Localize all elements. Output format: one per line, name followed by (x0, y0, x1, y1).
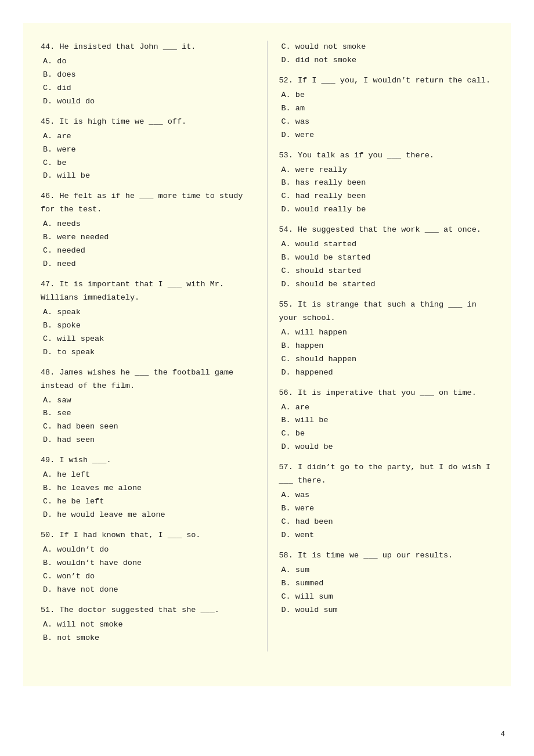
question-block: 56. It is imperative that you ___ on tim… (279, 387, 494, 455)
option-text: D. should be started (279, 278, 494, 291)
option-text: D. did not smoke (279, 54, 494, 67)
option-text: B. happen (279, 340, 494, 353)
question-text: 45. It is high time we ___ off. (41, 116, 255, 129)
option-text: B. were (279, 502, 494, 516)
option-text: C. did (41, 82, 255, 95)
option-text: A. sum (279, 564, 494, 577)
question-block: 45. It is high time we ___ off.A. areB. … (41, 116, 255, 183)
option-text: D. would really be (279, 203, 494, 217)
option-text: B. were needed (41, 231, 255, 244)
option-text: C. would not smoke (279, 41, 494, 54)
option-text: C. should started (279, 265, 494, 278)
page-content: 44. He insisted that John ___ it.A. doB.… (23, 23, 511, 686)
option-text: C. had really been (279, 190, 494, 203)
option-text: B. summed (279, 577, 494, 591)
question-text: 57. I didn’t go to the party, but I do w… (279, 461, 494, 488)
option-text: B. wouldn’t have done (41, 557, 255, 570)
option-text: C. will speak (41, 333, 255, 346)
question-text: 52. If I ___ you, I wouldn’t return the … (279, 74, 494, 88)
question-text: 50. If I had known that, I ___ so. (41, 529, 255, 542)
page-number: 4 (500, 730, 505, 739)
option-text: B. not smoke (41, 632, 255, 645)
option-text: B. see (41, 407, 255, 420)
question-text: 53. You talk as if you ___ there. (279, 149, 494, 163)
option-text: D. happened (279, 366, 494, 380)
option-text: B. will be (279, 414, 494, 427)
option-text: A. will not smoke (41, 618, 255, 632)
option-text: A. needs (41, 218, 255, 231)
option-text: D. would do (41, 95, 255, 109)
option-text: A. wouldn’t do (41, 543, 255, 557)
option-text: D. will be (41, 170, 255, 183)
question-text: 51. The doctor suggested that she ___. (41, 604, 255, 617)
option-text: A. saw (41, 394, 255, 408)
option-text: C. will sum (279, 591, 494, 604)
option-text: C. he be left (41, 495, 255, 509)
option-text: A. will happen (279, 326, 494, 340)
option-text: B. he leaves me alone (41, 482, 255, 495)
question-text: 46. He felt as if he ___ more time to st… (41, 190, 255, 217)
question-block: 51. The doctor suggested that she ___.A.… (41, 604, 255, 645)
option-text: C. needed (41, 244, 255, 258)
option-text: C. should happen (279, 353, 494, 366)
question-block: 44. He insisted that John ___ it.A. doB.… (41, 41, 255, 109)
question-block: 49. I wish ___.A. he leftB. he leaves me… (41, 454, 255, 522)
question-block: 57. I didn’t go to the party, but I do w… (279, 461, 494, 542)
option-text: C. had been (279, 516, 494, 529)
option-text: B. am (279, 102, 494, 116)
option-text: A. speak (41, 306, 255, 319)
question-block: 46. He felt as if he ___ more time to st… (41, 190, 255, 271)
option-text: D. need (41, 258, 255, 271)
option-text: C. had been seen (41, 420, 255, 434)
right-column: C. would not smokeD. did not smoke52. If… (273, 41, 494, 651)
option-text: B. were (41, 143, 255, 157)
question-block: 53. You talk as if you ___ there.A. were… (279, 149, 494, 217)
option-text: D. have not done (41, 584, 255, 597)
question-block: 52. If I ___ you, I wouldn’t return the … (279, 74, 494, 142)
option-text: D. would sum (279, 604, 494, 617)
question-text: 54. He suggested that the work ___ at on… (279, 224, 494, 237)
option-text: A. do (41, 55, 255, 69)
question-text: 55. It is strange that such a thing ___ … (279, 298, 494, 325)
option-text: C. be (41, 157, 255, 170)
option-text: D. would be (279, 441, 494, 454)
option-text: A. are (279, 401, 494, 415)
question-text: 56. It is imperative that you ___ on tim… (279, 387, 494, 400)
option-text: A. are (41, 130, 255, 143)
question-text: 48. James wishes he ___ the football gam… (41, 366, 255, 393)
option-text: D. went (279, 529, 494, 542)
option-text: A. would started (279, 238, 494, 251)
option-text: D. he would leave me alone (41, 509, 255, 522)
option-text: A. be (279, 89, 494, 102)
option-text: A. were really (279, 164, 494, 177)
question-block: 47. It is important that I ___ with Mr. … (41, 278, 255, 359)
question-block: 48. James wishes he ___ the football gam… (41, 366, 255, 448)
question-text: 44. He insisted that John ___ it. (41, 41, 255, 54)
option-text: D. had seen (41, 434, 255, 447)
option-text: D. to speak (41, 346, 255, 359)
option-text: B. would be started (279, 251, 494, 265)
question-block: 58. It is time we ___ up our results.A. … (279, 549, 494, 617)
option-text: D. were (279, 129, 494, 142)
option-text: C. was (279, 116, 494, 129)
option-text: B. does (41, 69, 255, 82)
question-text: 49. I wish ___. (41, 454, 255, 467)
left-column: 44. He insisted that John ___ it.A. doB.… (41, 41, 261, 651)
question-block: 50. If I had known that, I ___ so.A. wou… (41, 529, 255, 597)
question-block: C. would not smokeD. did not smoke (279, 41, 494, 67)
option-text: A. he left (41, 469, 255, 482)
option-text: A. was (279, 489, 494, 502)
question-text: 58. It is time we ___ up our results. (279, 549, 494, 563)
question-block: 55. It is strange that such a thing ___ … (279, 298, 494, 380)
question-block: 54. He suggested that the work ___ at on… (279, 224, 494, 291)
question-text: 47. It is important that I ___ with Mr. … (41, 278, 255, 305)
column-divider (267, 41, 268, 651)
option-text: C. be (279, 427, 494, 441)
option-text: B. has really been (279, 177, 494, 190)
option-text: C. won’t do (41, 570, 255, 584)
option-text: B. spoke (41, 319, 255, 333)
